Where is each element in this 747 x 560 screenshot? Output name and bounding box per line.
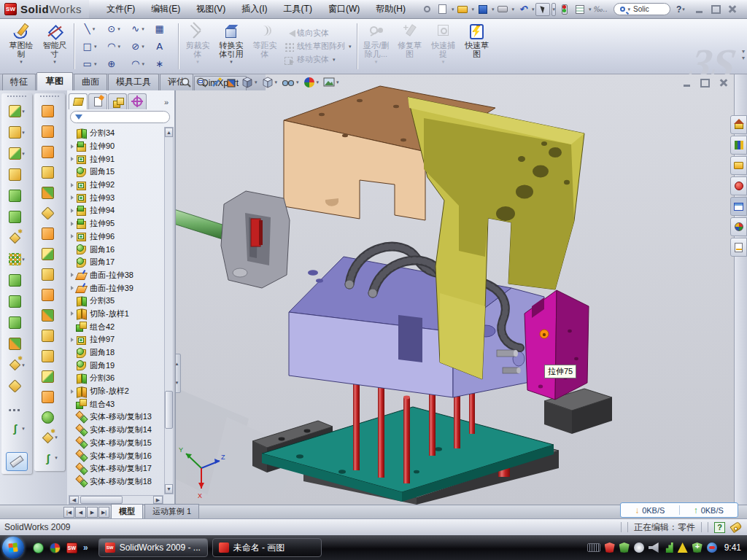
toolbar-icon-button[interactable]: ▾ bbox=[34, 284, 65, 305]
toolbar-icon-button[interactable]: ▾ bbox=[34, 182, 65, 203]
tray-antivirus-icon[interactable] bbox=[619, 542, 630, 553]
pinwheel-app-icon[interactable] bbox=[50, 542, 61, 553]
sketch-entity-button[interactable]: A ▾ bbox=[150, 38, 174, 55]
pin-icon[interactable] bbox=[420, 3, 435, 16]
save-icon[interactable] bbox=[476, 3, 490, 16]
tab-custom-properties[interactable] bbox=[730, 238, 747, 257]
toolbar-icon-button[interactable]: ʃ ▾ bbox=[34, 448, 65, 468]
ribbon-big-button[interactable]: 剪裁实体 ▾ bbox=[181, 20, 214, 72]
expand-arrow-icon[interactable] bbox=[71, 286, 74, 290]
expand-arrow-icon[interactable] bbox=[71, 195, 74, 200]
next-tab-button[interactable]: ▶ bbox=[87, 507, 98, 518]
section-view-icon[interactable] bbox=[226, 77, 238, 88]
menu-item[interactable]: 窗口(W) bbox=[321, 1, 367, 18]
tab-solidworks-resources[interactable] bbox=[730, 115, 747, 134]
sketch-entity-button[interactable]: ⊙ ▾ bbox=[102, 20, 126, 38]
scroll-thumb[interactable] bbox=[165, 391, 173, 429]
scroll-thumb[interactable] bbox=[80, 496, 123, 504]
toolbar-icon-button[interactable]: ▾ bbox=[34, 264, 65, 284]
display-style-icon[interactable]: ▾ bbox=[262, 77, 279, 88]
options-icon[interactable] bbox=[573, 3, 587, 16]
tree-filter-box[interactable] bbox=[70, 111, 170, 123]
toolbar-icon-button[interactable]: ▾ bbox=[1, 185, 32, 206]
feature-tree-item[interactable]: 圆角19 bbox=[69, 359, 163, 372]
feature-tree-item[interactable]: 分割34 bbox=[69, 127, 163, 140]
sketch-entity-button[interactable]: ▭ ▾ bbox=[78, 55, 102, 73]
feature-tree-item[interactable]: 切除-放样1 bbox=[69, 308, 163, 321]
ribbon-row-button[interactable]: 线性草图阵列 ▾ bbox=[284, 41, 352, 52]
messenger-icon[interactable] bbox=[33, 542, 44, 553]
start-button[interactable] bbox=[2, 537, 24, 559]
toolbar-icon-button[interactable]: ▾ bbox=[34, 427, 65, 448]
taskbar-task-button[interactable]: SW SolidWorks 2009 - ... bbox=[98, 538, 208, 557]
quick-launch-overflow[interactable]: » bbox=[83, 542, 88, 553]
tray-warning-icon[interactable] bbox=[678, 542, 688, 553]
feature-tree-item[interactable]: 分割35 bbox=[69, 295, 163, 308]
toolbar-icon-button[interactable]: ▾ bbox=[34, 407, 65, 427]
toolbar-icon-button[interactable]: ▾ bbox=[1, 228, 32, 249]
doc-minimize-button[interactable] bbox=[681, 77, 693, 88]
ribbon-big-button[interactable]: 修复草图 ▾ bbox=[393, 20, 427, 72]
command-tab[interactable]: 特征 bbox=[2, 74, 36, 90]
expand-arrow-icon[interactable] bbox=[71, 311, 74, 316]
sketch-entity-button[interactable]: ⊘ ▾ bbox=[126, 38, 150, 55]
zoom-area-icon[interactable] bbox=[196, 77, 207, 88]
expand-arrow-icon[interactable] bbox=[71, 144, 74, 149]
command-tab[interactable]: 模具工具 bbox=[108, 74, 159, 90]
tab-design-library[interactable] bbox=[730, 136, 747, 155]
volume-icon[interactable] bbox=[649, 542, 659, 553]
expand-arrow-icon[interactable] bbox=[71, 389, 74, 394]
feature-tree-item[interactable]: 分割36 bbox=[69, 372, 163, 385]
panel-splitter-handle[interactable]: ▲▼ bbox=[175, 354, 181, 393]
new-document-icon[interactable] bbox=[436, 3, 450, 16]
expand-arrow-icon[interactable] bbox=[71, 157, 74, 161]
toolbar-icon-button[interactable]: ▾ bbox=[34, 101, 65, 121]
help-button[interactable]: ? bbox=[676, 4, 681, 15]
ribbon-overflow-caret[interactable]: ▾▾ bbox=[742, 48, 745, 61]
tab-appearances[interactable] bbox=[730, 217, 747, 236]
tab-dimxpert-manager[interactable] bbox=[128, 93, 147, 109]
document-tab[interactable]: 模型 bbox=[111, 504, 143, 518]
tag-icon[interactable] bbox=[729, 521, 742, 533]
toolbar-grip[interactable] bbox=[40, 96, 59, 98]
feature-tree-item[interactable]: 切除-放样2 bbox=[69, 385, 163, 398]
tab-configuration-manager[interactable] bbox=[108, 93, 127, 109]
quick-tips-icon[interactable]: ? bbox=[714, 522, 725, 533]
menu-item[interactable]: 插入(I) bbox=[234, 1, 274, 18]
command-tab[interactable]: 草图 bbox=[36, 72, 73, 90]
toolbar-icon-button[interactable]: ▾ bbox=[1, 270, 32, 291]
network-speed-widget[interactable]: ↓0KB/S ↑0KB/S bbox=[620, 502, 738, 518]
feature-tree-item[interactable]: 实体-移动/复制16 bbox=[69, 449, 163, 462]
command-tab[interactable]: 曲面 bbox=[74, 74, 107, 90]
taskbar-clock[interactable]: 9:41 bbox=[724, 542, 741, 553]
edit-appearance-icon[interactable]: ▾ bbox=[303, 77, 320, 88]
feature-tree-item[interactable]: 拉伸92 bbox=[69, 179, 163, 192]
keyboard-layout-icon[interactable] bbox=[587, 543, 600, 552]
feature-tree-item[interactable]: 实体-移动/复制18 bbox=[69, 475, 163, 489]
panel-overflow-button[interactable]: » bbox=[160, 98, 173, 109]
last-tab-button[interactable]: ▶| bbox=[98, 507, 109, 518]
feature-tree-item[interactable]: 实体-移动/复制13 bbox=[69, 411, 163, 424]
toolbar-icon-button[interactable]: ▾ bbox=[1, 206, 32, 228]
sketch-entity-button[interactable]: ∿ ▾ bbox=[126, 20, 150, 38]
ribbon-row-button[interactable]: 移动实体 ▾ bbox=[284, 54, 352, 65]
feature-tree-item[interactable]: 圆角17 bbox=[69, 256, 163, 269]
tab-file-explorer[interactable] bbox=[730, 156, 747, 175]
toolbar-icon-button[interactable]: ▾ bbox=[1, 354, 32, 376]
ribbon-big-button[interactable]: 快速捕捉 ▾ bbox=[427, 20, 460, 72]
toolbar-icon-button[interactable]: ▾ bbox=[1, 101, 32, 122]
sketch-entity-button[interactable]: ╲ ▾ bbox=[78, 20, 102, 38]
sketch-entity-button[interactable]: ∗ ▾ bbox=[150, 55, 174, 73]
filter-tool-icon[interactable]: ‰.. bbox=[593, 3, 608, 16]
toolbar-grip[interactable] bbox=[7, 96, 26, 98]
feature-tree-item[interactable]: 实体-移动/复制17 bbox=[69, 462, 163, 475]
toolbar-icon-button[interactable]: ▾ bbox=[34, 244, 65, 264]
feature-tree-item[interactable]: 圆角18 bbox=[69, 346, 163, 359]
expand-arrow-icon[interactable] bbox=[71, 222, 74, 226]
feature-tree-item[interactable]: 拉伸96 bbox=[69, 230, 163, 244]
hide-show-items-icon[interactable]: ▾ bbox=[282, 77, 300, 88]
doc-restore-button[interactable] bbox=[699, 77, 711, 88]
ribbon-big-button[interactable]: 快速草图 ▾ bbox=[460, 20, 494, 72]
feature-tree-item[interactable]: 实体-移动/复制14 bbox=[69, 424, 163, 437]
toolbar-icon-button[interactable]: ▾ bbox=[1, 164, 32, 185]
